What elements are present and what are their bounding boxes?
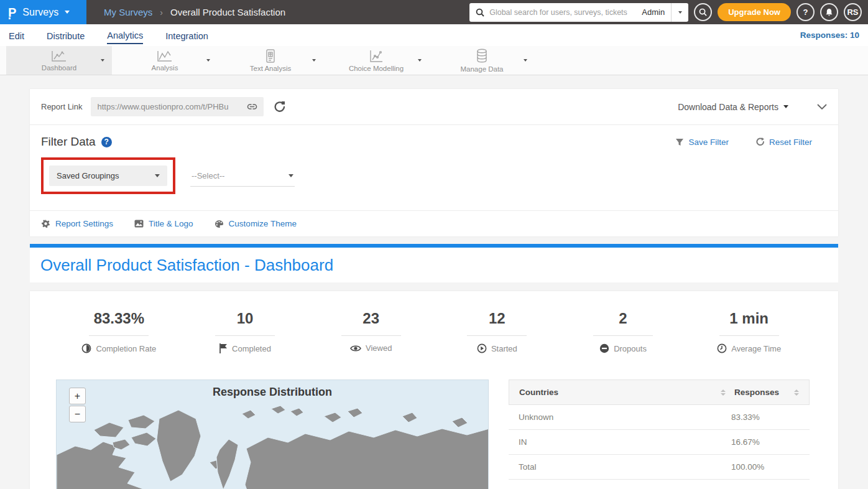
report-link-url[interactable]: https://www.questionpro.com/t/PHBu xyxy=(97,102,243,111)
stat-label-row: Average Time xyxy=(686,343,812,353)
stat-label-row: Completion Rate xyxy=(56,343,182,353)
stat-label: Started xyxy=(491,344,517,353)
minus-circle-icon xyxy=(599,343,609,353)
breadcrumb-current-survey: Overall Product Satisfaction xyxy=(170,7,285,17)
questionpro-logo-icon: P xyxy=(8,6,16,19)
stat-completion-rate: 83.33% Completion Rate xyxy=(56,310,182,353)
countries-table: Countries Responses Unknown 83.33% IN 16… xyxy=(509,380,810,489)
sort-responses-icon[interactable] xyxy=(794,389,799,396)
global-search: Admin xyxy=(469,3,688,22)
report-settings-card: Report Link https://www.questionpro.com/… xyxy=(30,89,838,236)
report-settings-link[interactable]: Report Settings xyxy=(41,219,113,228)
stats-row: 83.33% Completion Rate 10 Completed 23 V… xyxy=(30,310,838,353)
dashboard-card: 83.33% Completion Rate 10 Completed 23 V… xyxy=(30,291,838,489)
stat-label: Completed xyxy=(232,344,271,353)
filter-head: Filter Data ? Save Filter Reset Filter xyxy=(41,135,827,149)
chevron-down-icon[interactable] xyxy=(101,59,104,62)
title-logo-label: Title & Logo xyxy=(149,219,193,228)
product-name: Surveys xyxy=(22,7,58,18)
nav-item-analytics[interactable]: Analytics xyxy=(107,27,143,44)
search-scope-dropdown[interactable] xyxy=(671,3,688,22)
nav-item-integration[interactable]: Integration xyxy=(165,27,208,44)
search-input[interactable] xyxy=(489,8,635,17)
report-link-field[interactable]: https://www.questionpro.com/t/PHBu xyxy=(91,97,264,116)
image-icon xyxy=(134,220,144,228)
play-circle-icon xyxy=(477,343,487,353)
chevron-down-icon[interactable] xyxy=(418,59,422,62)
tab-label: Dashboard xyxy=(42,64,76,72)
reset-filter-button[interactable]: Reset Filter xyxy=(756,137,812,147)
stat-value: 12 xyxy=(434,310,560,327)
download-data-reports-dropdown[interactable]: Download Data & Reports xyxy=(678,102,788,112)
chevron-down-icon[interactable] xyxy=(312,59,316,62)
table-header: Countries Responses xyxy=(509,380,810,405)
filter-actions: Save Filter Reset Filter xyxy=(675,137,812,147)
funnel-icon xyxy=(675,138,684,146)
search-scope: Admin xyxy=(635,7,671,17)
nav-item-distribute[interactable]: Distribute xyxy=(47,27,85,44)
filter-value-dropdown[interactable]: --Select-- xyxy=(190,165,295,187)
chevron-down-icon[interactable] xyxy=(206,59,210,62)
filter-data-section: Filter Data ? Save Filter Reset Filter S… xyxy=(30,125,838,210)
map-zoom-out-button[interactable]: − xyxy=(69,406,86,422)
tab-manage-data[interactable]: Manage Data xyxy=(429,46,535,75)
report-settings-label: Report Settings xyxy=(55,219,113,228)
country-name: Total xyxy=(519,462,731,472)
choice-modelling-icon xyxy=(369,49,384,63)
country-name: Unknown xyxy=(519,412,731,422)
stat-label-row: Dropouts xyxy=(560,343,686,353)
reset-filter-label: Reset Filter xyxy=(769,137,812,147)
divider xyxy=(215,335,275,336)
tab-label: Manage Data xyxy=(460,65,503,73)
tab-analysis[interactable]: Analysis xyxy=(112,46,218,75)
analytics-tab-strip: Dashboard Analysis Text Analysis Choice … xyxy=(0,46,868,75)
stat-dropouts: 2 Dropouts xyxy=(560,310,686,353)
topbar-actions: Admin Upgrade Now ? RS xyxy=(469,0,862,24)
tab-dashboard[interactable]: Dashboard xyxy=(6,46,112,75)
regenerate-link-button[interactable] xyxy=(274,101,286,113)
notifications-button[interactable] xyxy=(820,3,838,21)
countries-column-header: Countries xyxy=(519,388,721,397)
chevron-down-icon[interactable] xyxy=(524,59,527,62)
save-filter-button[interactable]: Save Filter xyxy=(675,137,729,147)
stat-label-row: Completed xyxy=(182,343,308,353)
stat-average-time: 1 min Average Time xyxy=(686,310,812,353)
tab-label: Analysis xyxy=(152,64,178,72)
breadcrumb-my-surveys[interactable]: My Surveys xyxy=(104,7,152,17)
response-distribution-map[interactable]: Response Distribution + − xyxy=(56,380,489,489)
link-icon xyxy=(247,104,257,110)
divider xyxy=(719,335,779,336)
responses-count[interactable]: Responses: 10 xyxy=(800,30,859,40)
top-bar: P Surveys My Surveys › Overall Product S… xyxy=(0,0,868,24)
tab-choice-modelling[interactable]: Choice Modelling xyxy=(323,46,429,75)
stat-label: Average Time xyxy=(731,344,781,353)
stat-value: 1 min xyxy=(686,310,812,327)
analysis-chart-icon xyxy=(157,50,173,62)
stat-value: 10 xyxy=(182,310,308,327)
manage-data-icon xyxy=(476,49,488,63)
quick-search-button[interactable] xyxy=(694,3,712,21)
country-responses: 83.33% xyxy=(731,412,800,422)
map-zoom-in-button[interactable]: + xyxy=(69,388,86,404)
title-logo-link[interactable]: Title & Logo xyxy=(134,219,193,228)
collapse-panel-chevron-icon[interactable] xyxy=(817,104,827,109)
help-button[interactable]: ? xyxy=(796,3,815,21)
stat-label: Dropouts xyxy=(614,344,647,353)
gear-icon xyxy=(41,219,50,228)
divider xyxy=(341,335,401,336)
saved-groupings-dropdown[interactable]: Saved Groupings xyxy=(49,165,167,186)
map-title: Response Distribution xyxy=(57,386,488,399)
user-avatar[interactable]: RS xyxy=(844,3,862,21)
divider xyxy=(467,335,527,336)
customize-theme-link[interactable]: Customize Theme xyxy=(215,219,297,228)
nav-item-edit[interactable]: Edit xyxy=(9,27,24,44)
filter-help-icon[interactable]: ? xyxy=(101,137,112,147)
tab-text-analysis[interactable]: Text Analysis xyxy=(218,46,323,75)
chevron-down-icon xyxy=(65,11,70,14)
sort-countries-icon[interactable] xyxy=(721,389,726,396)
divider xyxy=(89,335,149,336)
upgrade-now-button[interactable]: Upgrade Now xyxy=(718,3,791,21)
table-row: IN 16.67% xyxy=(509,430,810,455)
product-switcher[interactable]: P Surveys xyxy=(0,0,86,25)
eye-icon xyxy=(350,345,361,352)
